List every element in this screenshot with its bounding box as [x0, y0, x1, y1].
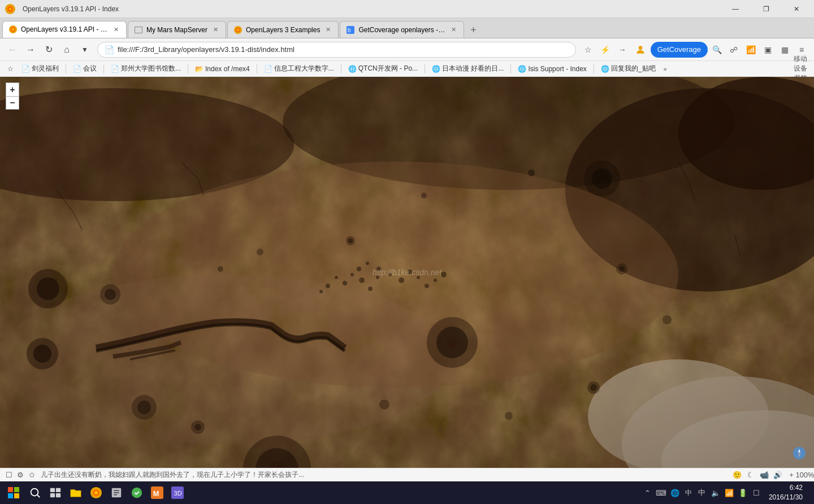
status-zoom-icon[interactable]: +: [787, 471, 796, 480]
bookmarks-more-button[interactable]: »: [661, 64, 669, 73]
extra-app-button[interactable]: 3D: [167, 483, 188, 503]
taskbar: M 3D ⌃ ⌨ 🌐 中 中 🔈 📶 🔋 ☐ 6:42 2016/11/30: [0, 481, 814, 504]
bookmark-tieba-label: 回复我的_贴吧: [611, 64, 656, 73]
address-bar[interactable]: 📄 file:///F:/3rd_Library/openlayers/v3.1…: [97, 42, 576, 58]
bookmark-qtcn[interactable]: 🌐 QTCN开发网 - Po...: [344, 63, 422, 75]
map-area[interactable]: + − http://b1ke.csdn.net: [0, 77, 814, 468]
status-star-icon[interactable]: ✩: [27, 471, 36, 480]
minimize-button[interactable]: —: [722, 0, 748, 18]
tray-battery-icon[interactable]: 🔋: [737, 487, 748, 498]
search-icon[interactable]: 🔍: [709, 42, 725, 58]
tab-getcoverage[interactable]: b GetCoverage openlayers - ... ✕: [340, 21, 464, 38]
svg-rect-89: [56, 493, 60, 497]
nav-extra-buttons: 移动设备书签: [794, 61, 809, 77]
bookmark-qtcn-label: QTCN开发网 - Po...: [358, 64, 418, 73]
compass-icon[interactable]: [793, 446, 806, 460]
back-button[interactable]: ←: [5, 42, 20, 58]
bookmark-jianling[interactable]: 📄 剑灵福利: [17, 63, 63, 75]
bookmark-isis-label: Isis Support - Index: [528, 65, 586, 73]
status-text: 儿子出生还没有断奶，我媳妇跟人就跑到国外去了，现在儿子上小学了！开家长会孩子..…: [41, 470, 728, 480]
bookmark-zhengzhou-icon: 📄: [111, 65, 119, 73]
tray-wifi-icon[interactable]: 📶: [724, 487, 735, 498]
close-button[interactable]: ✕: [783, 0, 809, 18]
svg-point-13: [638, 46, 642, 50]
bookmark-xinxi-label: 信息工程大学数字...: [274, 64, 334, 73]
mars-terrain-svg: [0, 77, 814, 468]
system-tray: ⌃ ⌨ 🌐 中 中 🔈 📶 🔋 ☐ 6:42 2016/11/30: [642, 483, 812, 502]
file-explorer-button[interactable]: [66, 483, 86, 503]
browser-taskbar-button[interactable]: [86, 483, 106, 503]
tab-openlayers-api[interactable]: OpenLayers v3.19.1 API - I... ✕: [2, 21, 127, 38]
refresh-button[interactable]: ↻: [41, 42, 57, 58]
status-settings-icon[interactable]: ⚙: [16, 471, 25, 480]
tray-ime-icon[interactable]: 中: [696, 487, 708, 498]
bookmark-isis[interactable]: 🌐 Isis Support - Index: [513, 64, 591, 74]
bookmark-sep-2: [103, 64, 104, 73]
svg-point-10: [237, 29, 239, 31]
status-bar: ☐ ⚙ ✩ 儿子出生还没有断奶，我媳妇跟人就跑到国外去了，现在儿子上小学了！开家…: [0, 468, 814, 481]
browser-title: OpenLayers v3.19.1 API - Index: [23, 5, 119, 13]
tray-network-icon[interactable]: 🌐: [669, 487, 681, 498]
tab4-icon: b: [346, 25, 355, 34]
tab4-close[interactable]: ✕: [449, 25, 458, 34]
bookmark-qtcn-icon: 🌐: [348, 65, 356, 73]
tray-lang-indicator[interactable]: 中: [683, 488, 694, 498]
status-translate-icon[interactable]: 📹: [760, 471, 769, 480]
bookmark-anime[interactable]: 🌐 日本动漫 好看的日...: [427, 63, 508, 75]
browser-window: OpenLayers v3.19.1 API - Index — ❐ ✕ Ope…: [0, 0, 814, 504]
maximize-button[interactable]: ❐: [753, 0, 779, 18]
tray-volume-icon[interactable]: 🔈: [710, 487, 721, 498]
bookmarks-star-icon[interactable]: ☆: [5, 63, 16, 75]
forward-button[interactable]: →: [23, 42, 38, 58]
tray-up-arrow[interactable]: ⌃: [642, 487, 653, 498]
svg-point-92: [94, 491, 98, 494]
lightning-icon[interactable]: ⚡: [597, 42, 613, 58]
notes-app-button[interactable]: [106, 483, 127, 503]
screenshot-icon[interactable]: ▦: [777, 42, 793, 58]
bookmark-mex4-icon: 📂: [195, 65, 203, 73]
start-button[interactable]: [2, 481, 25, 504]
bookmark-index-mex4[interactable]: 📂 Index of /mex4: [190, 64, 254, 74]
tab-openlayers-examples[interactable]: OpenLayers 3 Examples ✕: [227, 21, 339, 38]
tab-mars-mapserver[interactable]: My Mars MapServer ✕: [128, 21, 226, 38]
zoom-out-button[interactable]: −: [6, 96, 19, 110]
status-volume-icon[interactable]: 🔊: [773, 471, 782, 480]
task-view-button[interactable]: [45, 483, 66, 503]
bookmark-sep-4: [257, 64, 257, 73]
bookmark-star-icon[interactable]: ☆: [581, 42, 596, 58]
bookmark-sep-8: [594, 64, 594, 73]
history-back-button[interactable]: ▼: [77, 42, 93, 58]
bookmark-meeting[interactable]: 📄 会议: [68, 63, 101, 75]
status-moon-icon[interactable]: ☾: [746, 471, 755, 480]
cart-icon[interactable]: ☍: [726, 42, 742, 58]
tab3-close[interactable]: ✕: [323, 25, 332, 34]
mobile-devices-label[interactable]: 移动设备书签: [794, 61, 809, 77]
status-emoji-icon[interactable]: 🙂: [733, 471, 742, 480]
bookmark-zhengzhou[interactable]: 📄 郑州大学图书馆数...: [106, 63, 185, 75]
wifi-icon[interactable]: 📶: [743, 42, 759, 58]
svg-rect-88: [50, 493, 55, 497]
account-icon[interactable]: [631, 41, 650, 59]
matlab-button[interactable]: M: [147, 483, 167, 503]
zoom-in-button[interactable]: +: [6, 82, 19, 96]
home-button[interactable]: ⌂: [59, 42, 75, 58]
bookmark-tieba[interactable]: 🌐 回复我的_贴吧: [596, 63, 660, 75]
tab2-close[interactable]: ✕: [211, 25, 220, 34]
bookmark-isis-icon: 🌐: [518, 65, 526, 73]
tray-action-center[interactable]: ☐: [751, 487, 762, 498]
new-tab-button[interactable]: +: [465, 22, 481, 38]
tabs-bar: OpenLayers v3.19.1 API - I... ✕ My Mars …: [0, 18, 814, 38]
mars-map[interactable]: + − http://b1ke.csdn.net: [0, 77, 814, 468]
address-text: file:///F:/3rd_Library/openlayers/v3.19.…: [118, 45, 569, 54]
snipping-tool-button[interactable]: [127, 483, 147, 503]
tray-keyboard-icon[interactable]: ⌨: [656, 487, 667, 498]
taskbar-clock[interactable]: 6:42 2016/11/30: [764, 483, 807, 502]
bookmark-zhengzhou-label: 郑州大学图书馆数...: [121, 64, 181, 73]
bookmark-xinxi[interactable]: 📄 信息工程大学数字...: [259, 63, 339, 75]
cast-icon[interactable]: ▣: [760, 42, 776, 58]
status-security-icon[interactable]: ☐: [5, 471, 14, 480]
nav-forward-arrow[interactable]: →: [614, 42, 630, 58]
tab1-close[interactable]: ✕: [111, 25, 120, 34]
cortana-button[interactable]: [25, 483, 45, 503]
getcoverage-button[interactable]: GetCoverage: [651, 42, 708, 58]
